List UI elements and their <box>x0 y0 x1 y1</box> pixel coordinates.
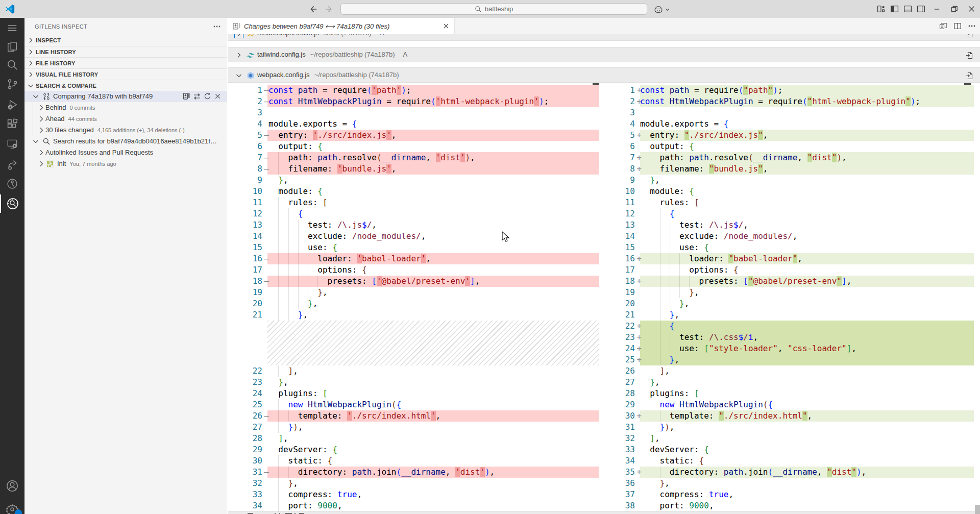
code-line[interactable]: 17 options: { <box>227 264 599 276</box>
goto-file-icon[interactable] <box>965 34 973 38</box>
tree-item-autolinked-issues-and[interactable]: Autolinked Issues and Pull Requests <box>24 147 227 158</box>
code-line[interactable]: 13 test: /\.js$/, <box>227 219 599 231</box>
tree-item-comparing-74a187b-with[interactable]: Comparing 74a187b with b9af749 <box>24 91 227 102</box>
activity-item-run-and-debug[interactable] <box>0 95 24 114</box>
code-line[interactable]: 7+ path: path.resolve(__dirname, "dist")… <box>600 152 980 163</box>
code-line[interactable]: 11 rules: [ <box>227 197 599 208</box>
code-line[interactable]: 26 ], <box>600 365 980 377</box>
code-line[interactable]: 33 devServer: { <box>600 444 980 455</box>
activity-item-menu[interactable] <box>0 18 24 38</box>
code-line[interactable]: 27 }, <box>600 377 980 388</box>
code-line[interactable]: 24+ use: ["style-loader", "css-loader"], <box>600 343 980 354</box>
goto-file-icon[interactable] <box>965 51 973 59</box>
code-line[interactable]: 4module.exports = { <box>227 118 599 130</box>
code-line[interactable]: 29 new HtmlWebpackPlugin({ <box>600 399 980 410</box>
code-line[interactable]: 12 { <box>600 208 980 219</box>
code-line[interactable]: 11 rules: [ <box>600 197 980 208</box>
code-line[interactable]: 30 static: { <box>227 455 599 467</box>
code-line[interactable]: 15 use: { <box>600 242 980 253</box>
goto-file-icon[interactable] <box>965 71 973 80</box>
code-line[interactable]: 33 compress: true, <box>227 489 599 500</box>
section-visual-file-history[interactable]: VISUAL FILE HISTORY <box>24 68 227 80</box>
activity-item-gitlens[interactable] <box>0 174 24 193</box>
activity-item-search[interactable] <box>0 55 24 75</box>
file-header-renderShipsHealth-js[interactable]: JSrenderShipsHealth.jssrc/ui (74a187b)A <box>228 34 980 41</box>
open-changes-icon[interactable] <box>183 92 190 100</box>
toggle-secondary-sidebar-icon[interactable] <box>917 5 925 13</box>
code-line[interactable]: 19 }, <box>227 287 599 298</box>
tree-item-init[interactable]: InitYou, 7 months ago <box>24 158 227 169</box>
code-line[interactable]: 5– entry: './src/index.js', <box>227 130 599 141</box>
open-changes-icon[interactable] <box>939 22 947 30</box>
code-line[interactable]: 34 static: { <box>600 455 980 467</box>
section-search-compare[interactable]: SEARCH & COMPARE <box>24 80 227 91</box>
activity-item-live-share[interactable] <box>0 155 24 174</box>
file-header-webpack-config-js[interactable]: webpack.config.js~/repos/battleship (74a… <box>228 67 980 83</box>
code-line[interactable]: 15 use: { <box>227 242 599 253</box>
code-line[interactable]: 32 }, <box>227 478 599 489</box>
code-line[interactable]: 7– path: path.resolve(__dirname, 'dist')… <box>227 152 599 163</box>
code-line[interactable]: 1–const path = require('path'); <box>227 85 599 96</box>
toggle-panel-icon[interactable] <box>903 5 912 13</box>
file-header-tailwind-config-js[interactable]: tailwind.config.js~/repos/battleship (74… <box>228 47 980 62</box>
code-line[interactable]: 5+ entry: "./src/index.js", <box>600 130 980 141</box>
restore-button[interactable] <box>945 0 963 18</box>
code-line[interactable]: 12 { <box>227 208 599 219</box>
code-line[interactable]: 28 plugins: [ <box>600 388 980 399</box>
code-line[interactable]: 6 output: { <box>600 141 980 152</box>
code-line[interactable]: 16+ loader: "babel-loader", <box>600 253 980 264</box>
code-line[interactable]: 28 ], <box>227 433 599 444</box>
code-line[interactable]: 32 ], <box>600 433 980 444</box>
code-line[interactable]: 23+ test: /\.css$/i, <box>600 332 980 343</box>
code-line[interactable]: 18+ presets: ["@babel/preset-env"], <box>600 276 980 287</box>
code-line[interactable]: 36 }, <box>600 478 980 489</box>
code-line[interactable]: 31 }), <box>600 422 980 433</box>
code-line[interactable]: 25+ }, <box>600 354 980 365</box>
code-line[interactable]: 2–const HtmlWebpackPlugin = require('htm… <box>227 96 599 107</box>
activity-item-source-control[interactable] <box>0 75 24 94</box>
code-line[interactable]: 21 }, <box>600 309 980 321</box>
activity-item-accounts[interactable] <box>0 476 24 496</box>
section-inspect[interactable]: INSPECT <box>24 35 227 46</box>
code-line[interactable]: 8– filename: 'bundle.js', <box>227 163 599 175</box>
tree-item-30-files-changed[interactable]: 30 files changed4,165 additions (+), 34 … <box>24 125 227 136</box>
command-center-search[interactable]: battleship <box>340 3 647 15</box>
code-line[interactable]: 30+ template: "./src/index.html", <box>600 410 980 422</box>
code-line[interactable]: 3 <box>600 107 980 118</box>
code-line[interactable]: 29 devServer: { <box>227 444 599 455</box>
code-line[interactable]: 9 }, <box>600 175 980 186</box>
activity-item-remote-explorer[interactable] <box>0 134 24 154</box>
code-line[interactable]: 2+const HtmlWebpackPlugin = require("htm… <box>600 96 980 107</box>
activity-item-extensions[interactable] <box>0 114 24 134</box>
activity-item-gitlens-inspect[interactable] <box>0 194 24 213</box>
swap-comparison-icon[interactable] <box>193 92 201 101</box>
close-icon[interactable] <box>214 92 222 100</box>
code-line[interactable]: 14 exclude: /node_modules/, <box>227 231 599 242</box>
code-line[interactable]: 31– directory: path.join(__dirname, 'dis… <box>227 467 599 478</box>
tree-item-ahead[interactable]: Ahead44 commits <box>24 113 227 125</box>
code-line[interactable]: 8+ filename: "bundle.js", <box>600 163 980 175</box>
code-line[interactable]: 22+ { <box>600 321 980 332</box>
code-line[interactable]: 35+ directory: path.join(__dirname, "dis… <box>600 467 980 478</box>
more-actions-icon[interactable] <box>968 22 976 30</box>
code-line[interactable]: 38 port: 9000, <box>600 500 980 511</box>
tree-item-behind[interactable]: Behind0 commits <box>24 102 227 113</box>
code-line[interactable]: 10 module: { <box>600 186 980 197</box>
customize-layout-icon[interactable] <box>877 5 886 13</box>
copilot-menu[interactable] <box>654 4 670 15</box>
tree-item-search-results-for[interactable]: Search results for b9af749a4db04016aee81… <box>24 136 227 147</box>
activity-item-settings[interactable] <box>0 500 24 514</box>
code-line[interactable]: 20 }, <box>600 298 980 309</box>
code-line[interactable]: 14 exclude: /node_modules/, <box>600 231 980 242</box>
code-line[interactable]: 9 }, <box>227 175 599 186</box>
code-line[interactable]: 16– loader: 'babel-loader', <box>227 253 599 264</box>
toggle-primary-sidebar-icon[interactable] <box>890 5 899 13</box>
code-line[interactable]: 22 ], <box>227 365 599 377</box>
section-line-history[interactable]: LINE HISTORY <box>24 46 227 57</box>
code-line[interactable]: 3 <box>227 107 599 118</box>
code-line[interactable]: 27 }), <box>227 422 599 433</box>
code-line[interactable]: 10 module: { <box>227 186 599 197</box>
tab-changes-between[interactable]: Changes between b9af749 ⟷ 74a187b (30 fi… <box>227 18 455 34</box>
code-line[interactable]: 34 port: 9000, <box>227 500 599 511</box>
tab-close-icon[interactable] <box>442 22 450 30</box>
